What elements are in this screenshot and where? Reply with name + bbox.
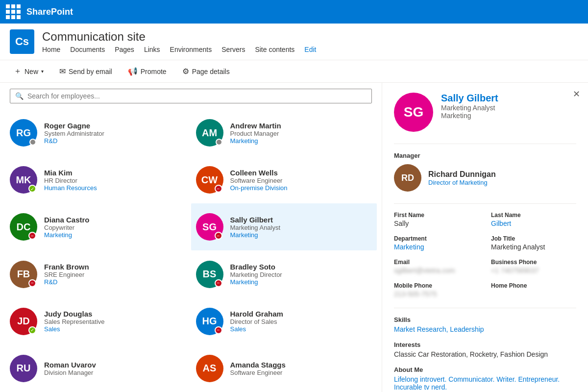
search-input[interactable] bbox=[27, 92, 367, 100]
employee-dept: On-premise Division bbox=[230, 184, 288, 192]
employee-dept: Marketing bbox=[230, 137, 281, 145]
detail-header: SG Sally Gilbert Marketing Analyst Marke… bbox=[394, 93, 576, 132]
avatar-wrap: SG − bbox=[196, 213, 223, 241]
site-name: Communication site bbox=[42, 30, 316, 44]
employee-card[interactable]: CW − Colleen Wells Software Engineer On-… bbox=[191, 156, 377, 203]
search-bar: 🔍 bbox=[0, 83, 382, 109]
employee-card[interactable]: RG Roger Gagne System Administrator R&D bbox=[5, 109, 191, 156]
employee-card[interactable]: SG − Sally Gilbert Marketing Analyst Mar… bbox=[191, 203, 377, 250]
nav-home[interactable]: Home bbox=[42, 46, 60, 53]
detail-title: Marketing Analyst bbox=[441, 104, 498, 112]
page-details-button[interactable]: ⚙ Page details bbox=[178, 65, 234, 78]
app-launcher-icon[interactable] bbox=[6, 4, 21, 19]
employee-info: Bradley Soto Marketing Director Marketin… bbox=[230, 263, 282, 286]
employee-card[interactable]: HG − Harold Graham Director of Sales Sal… bbox=[191, 298, 377, 345]
first-name-field: First Name Sally bbox=[394, 212, 479, 227]
employee-title: Product Manager bbox=[230, 130, 281, 137]
avatar-wrap: AS bbox=[196, 355, 223, 382]
manager-name: Richard Dunnigan bbox=[428, 170, 496, 179]
manager-card[interactable]: RD Richard Dunnigan Director of Marketin… bbox=[394, 164, 576, 192]
status-badge-busy: − bbox=[215, 326, 222, 334]
employee-name: Mia Kim bbox=[44, 169, 97, 177]
employee-name: Amanda Staggs bbox=[230, 361, 286, 369]
employee-title: Software Engineer bbox=[230, 369, 286, 376]
employee-title: Software Engineer bbox=[230, 177, 288, 184]
promote-button[interactable]: 📢 Promote bbox=[124, 65, 171, 78]
search-input-wrap[interactable]: 🔍 bbox=[10, 89, 372, 103]
avatar-wrap: MK ✓ bbox=[10, 166, 37, 194]
employee-dept: Marketing bbox=[230, 231, 281, 239]
employee-info: Colleen Wells Software Engineer On-premi… bbox=[230, 169, 288, 192]
employee-title: Director of Sales bbox=[230, 318, 283, 325]
employee-info: Amanda Staggs Software Engineer bbox=[230, 361, 286, 376]
avatar-wrap: RG bbox=[10, 119, 37, 147]
avatar: AS bbox=[196, 355, 223, 382]
business-phone-value: +1 7407569037 bbox=[491, 267, 576, 274]
avatar: RU bbox=[10, 355, 37, 382]
nav-links[interactable]: Links bbox=[144, 46, 160, 53]
last-name-value: Gilbert bbox=[491, 220, 576, 227]
main-layout: 🔍 RG Roger Gagne System Administrator R&… bbox=[0, 83, 588, 392]
employee-card[interactable]: DC − Diana Castro Copywriter Marketing bbox=[5, 203, 191, 250]
employee-name: Colleen Wells bbox=[230, 169, 288, 177]
top-bar: SharePoint bbox=[0, 0, 588, 24]
employee-info: Roman Uvarov Division Manager bbox=[44, 361, 96, 376]
avatar-wrap: DC − bbox=[10, 213, 37, 241]
about-me-section: About Me Lifelong introvert. Communicato… bbox=[394, 366, 576, 391]
nav-environments[interactable]: Environments bbox=[170, 46, 212, 53]
email-value: sgilbert@vtetra.com bbox=[394, 267, 479, 274]
new-button[interactable]: ＋ New ▾ bbox=[10, 64, 48, 78]
employee-card[interactable]: AM Andrew Martin Product Manager Marketi… bbox=[191, 109, 377, 156]
employee-dept: Sales bbox=[44, 325, 105, 333]
status-badge-busy: − bbox=[28, 279, 36, 287]
status-badge-busy: − bbox=[215, 185, 222, 193]
gear-icon: ⚙ bbox=[182, 67, 189, 76]
nav-servers[interactable]: Servers bbox=[221, 46, 245, 53]
nav-documents[interactable]: Documents bbox=[70, 46, 105, 53]
employee-name: Harold Graham bbox=[230, 310, 283, 318]
employee-info: Judy Douglas Sales Representative Sales bbox=[44, 310, 105, 333]
employee-dept: Marketing bbox=[230, 278, 282, 286]
plus-icon: ＋ bbox=[14, 66, 22, 76]
avatar-wrap: BS − bbox=[196, 261, 223, 288]
employee-card[interactable]: MK ✓ Mia Kim HR Director Human Resources bbox=[5, 156, 191, 203]
employee-dept: Sales bbox=[230, 325, 283, 333]
employee-card[interactable]: BS − Bradley Soto Marketing Director Mar… bbox=[191, 250, 377, 297]
status-badge-busy: − bbox=[215, 232, 222, 240]
employee-title: System Administrator bbox=[44, 130, 104, 137]
nav-site-contents[interactable]: Site contents bbox=[255, 46, 294, 53]
avatar-wrap: CW − bbox=[196, 166, 223, 194]
chevron-down-icon: ▾ bbox=[41, 69, 44, 74]
app-title: SharePoint bbox=[26, 7, 73, 17]
status-badge-away bbox=[216, 139, 222, 146]
close-button[interactable]: ✕ bbox=[573, 89, 580, 99]
employee-dept: R&D bbox=[44, 137, 104, 145]
employee-name: Frank Brown bbox=[44, 263, 89, 271]
email-field: Email sgilbert@vtetra.com bbox=[394, 259, 479, 274]
employee-title: Division Manager bbox=[44, 369, 96, 376]
manager-section: Manager RD Richard Dunnigan Director of … bbox=[394, 152, 576, 192]
employee-card[interactable]: AS Amanda Staggs Software Engineer bbox=[191, 345, 377, 392]
employee-card[interactable]: RU Roman Uvarov Division Manager bbox=[5, 345, 191, 392]
employee-title: HR Director bbox=[44, 177, 97, 184]
divider-3 bbox=[394, 308, 576, 308]
department-field: Department Marketing bbox=[394, 235, 479, 251]
interests-value: Classic Car Restoration, Rocketry, Fashi… bbox=[394, 350, 576, 358]
business-phone-field: Business Phone +1 7407569037 bbox=[491, 259, 576, 274]
divider-2 bbox=[394, 203, 576, 204]
site-nav: Home Documents Pages Links Environments … bbox=[42, 46, 316, 53]
manager-title: Director of Marketing bbox=[428, 179, 496, 186]
employee-name: Roman Uvarov bbox=[44, 361, 96, 369]
nav-edit[interactable]: Edit bbox=[304, 46, 316, 53]
employee-list-panel: 🔍 RG Roger Gagne System Administrator R&… bbox=[0, 83, 382, 392]
nav-pages[interactable]: Pages bbox=[115, 46, 134, 53]
fields-grid: First Name Sally Last Name Gilbert Depar… bbox=[394, 212, 576, 298]
status-badge-away bbox=[29, 139, 36, 146]
toolbar: ＋ New ▾ ✉ Send by email 📢 Promote ⚙ Page… bbox=[0, 60, 588, 83]
detail-panel: ✕ SG Sally Gilbert Marketing Analyst Mar… bbox=[382, 83, 588, 392]
employee-grid: RG Roger Gagne System Administrator R&D … bbox=[0, 109, 382, 392]
send-by-email-button[interactable]: ✉ Send by email bbox=[55, 65, 116, 78]
about-me-value: Lifelong introvert. Communicator. Writer… bbox=[394, 375, 576, 391]
employee-card[interactable]: JD ✓ Judy Douglas Sales Representative S… bbox=[5, 298, 191, 345]
employee-card[interactable]: FB − Frank Brown SRE Engineer R&D bbox=[5, 250, 191, 297]
